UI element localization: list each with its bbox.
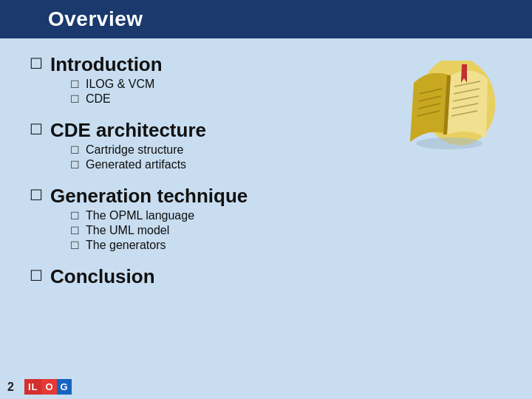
sub-cartridge: ☐ Cartridge structure bbox=[70, 143, 369, 157]
bullet-uml: ☐ bbox=[70, 225, 80, 236]
sub-cde: ☐ CDE bbox=[70, 92, 369, 106]
sub-uml: ☐ The UML model bbox=[70, 224, 369, 237]
sub-opml: ☐ The OPML language bbox=[70, 209, 369, 222]
page-number: 2 bbox=[7, 381, 14, 394]
generation-technique-item: ☐ Generation technique bbox=[30, 185, 369, 208]
bullet-cartridge: ☐ bbox=[70, 144, 80, 156]
bullet-conclusion: ☐ bbox=[30, 267, 43, 284]
bullet-introduction: ☐ bbox=[30, 55, 43, 72]
bullet-artifacts: ☐ bbox=[70, 159, 80, 171]
introduction-label: Introduction bbox=[50, 53, 163, 76]
generators-label: The generators bbox=[86, 239, 166, 252]
slide: Overview ☐ Introduction ☐ ILOG & VCM ☐ C… bbox=[0, 0, 532, 399]
bullet-ilog: ☐ bbox=[70, 78, 80, 90]
cde-architecture-item: ☐ CDE architecture bbox=[30, 119, 369, 142]
section-introduction: ☐ Introduction ☐ ILOG & VCM ☐ CDE bbox=[30, 53, 369, 110]
introduction-item: ☐ Introduction bbox=[30, 53, 369, 76]
outline: ☐ Introduction ☐ ILOG & VCM ☐ CDE bbox=[30, 53, 369, 367]
sub-generated-artifacts: ☐ Generated artifacts bbox=[70, 158, 369, 171]
bullet-generators: ☐ bbox=[70, 239, 80, 251]
cartridge-label: Cartridge structure bbox=[86, 143, 184, 157]
footer: 2 IL O G bbox=[0, 375, 532, 399]
content-area: ☐ Introduction ☐ ILOG & VCM ☐ CDE bbox=[0, 38, 532, 375]
bullet-opml: ☐ bbox=[70, 210, 80, 222]
opml-label: The OPML language bbox=[86, 209, 194, 222]
bullet-cde-arch: ☐ bbox=[30, 120, 43, 138]
logo: IL O G bbox=[24, 379, 72, 395]
uml-label: The UML model bbox=[86, 224, 169, 237]
section-generation-technique: ☐ Generation technique ☐ The OPML langua… bbox=[30, 185, 369, 256]
logo-ilog-part: IL bbox=[24, 379, 42, 395]
slide-title: Overview bbox=[0, 0, 532, 38]
artifacts-label: Generated artifacts bbox=[86, 158, 186, 171]
bullet-cde: ☐ bbox=[70, 93, 80, 105]
generation-technique-label: Generation technique bbox=[50, 185, 248, 208]
conclusion-label: Conclusion bbox=[50, 265, 155, 288]
bullet-gen-tech: ☐ bbox=[30, 186, 43, 204]
book-illustration bbox=[384, 61, 502, 164]
conclusion-item: ☐ Conclusion bbox=[30, 265, 369, 288]
cde-architecture-label: CDE architecture bbox=[50, 119, 206, 142]
title-text: Overview bbox=[48, 7, 143, 30]
sub-generators: ☐ The generators bbox=[70, 239, 369, 252]
introduction-subitems: ☐ ILOG & VCM ☐ CDE bbox=[70, 78, 369, 106]
image-area bbox=[369, 53, 517, 367]
generation-technique-subitems: ☐ The OPML language ☐ The UML model ☐ Th… bbox=[70, 209, 369, 252]
logo-o-part: O bbox=[41, 379, 56, 395]
section-conclusion: ☐ Conclusion bbox=[30, 265, 369, 290]
cde-label: CDE bbox=[86, 92, 111, 106]
logo-g-part: G bbox=[57, 379, 72, 395]
section-cde-architecture: ☐ CDE architecture ☐ Cartridge structure… bbox=[30, 119, 369, 176]
svg-point-7 bbox=[416, 137, 482, 149]
sub-ilog-vcm: ☐ ILOG & VCM bbox=[70, 78, 369, 91]
ilog-vcm-label: ILOG & VCM bbox=[86, 78, 154, 91]
cde-architecture-subitems: ☐ Cartridge structure ☐ Generated artifa… bbox=[70, 143, 369, 171]
